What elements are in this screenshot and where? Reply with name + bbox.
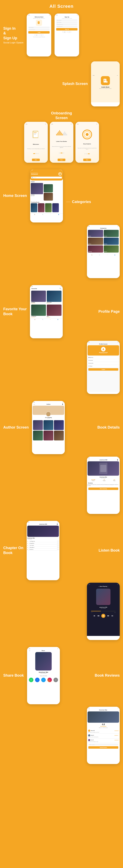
nav-profile[interactable]: 👤 — [58, 214, 59, 215]
login-button[interactable]: Login — [28, 31, 50, 34]
listen-back-icon[interactable]: ← — [98, 586, 100, 587]
author-book-6[interactable] — [54, 431, 64, 440]
fav-book-4[interactable]: Dune ★★★★☆ — [47, 305, 62, 318]
profile-item-mybooks[interactable]: 📚 My Books › — [88, 356, 119, 359]
author-book-4[interactable] — [33, 431, 43, 440]
rewind-btn[interactable] — [97, 615, 100, 617]
svg-rect-22 — [100, 465, 106, 472]
cat-nav-profile[interactable]: 👤 — [114, 254, 116, 256]
play-pause-btn[interactable] — [101, 614, 105, 618]
cat-nav-search[interactable]: 🔍 — [99, 254, 100, 256]
signup-phone-field[interactable]: Phone Number — [56, 26, 77, 27]
cat-item-selfhelp[interactable]: Self Help — [88, 245, 103, 253]
chapter-item-3[interactable]: 03 The Conflict 22:30 — [27, 545, 59, 547]
author-book-3[interactable] — [54, 420, 64, 430]
fav-book-1[interactable]: Dark Matter ★★★★★ — [31, 291, 46, 304]
onboard-next-3[interactable]: Next — [83, 159, 91, 161]
share-icon[interactable]: ⬆ — [62, 403, 63, 405]
signup-link[interactable]: Don't have an account? Sign Up — [27, 36, 50, 37]
reviewer-stars-1: ★★★★★ — [115, 730, 119, 731]
author-book-5[interactable] — [44, 431, 53, 440]
share-twitter-btn[interactable]: t — [41, 678, 46, 682]
add-review-input[interactable]: Write a review... — [88, 744, 118, 745]
signup-social-row: G f — [55, 31, 78, 33]
share-whatsapp-btn[interactable]: W — [29, 678, 33, 682]
next-chapter-btn[interactable] — [111, 615, 114, 617]
submit-review-btn[interactable]: Submit Review — [88, 746, 118, 749]
signin-section: Sign In & Sign Up Social Login Opaion 9:… — [0, 11, 123, 59]
listen-menu-icon[interactable]: ⋮ — [107, 586, 109, 587]
share-instagram-btn[interactable]: ◎ — [47, 678, 52, 682]
review-item-1: A Ahmed M. ★★★★★ Amazing book, highly re… — [88, 729, 119, 734]
cat-item-mystery[interactable]: Mystery — [104, 245, 119, 253]
profile-logout-btn[interactable]: Logout — [88, 368, 118, 371]
trending-book-3[interactable] — [45, 203, 52, 212]
cat-nav-fav[interactable]: ♡ — [106, 254, 108, 256]
author-book-1[interactable] — [33, 420, 43, 430]
chapter-item-2[interactable]: 02 Rising Action 18:45 — [27, 542, 59, 545]
share-facebook-btn[interactable]: f — [35, 678, 40, 682]
notification-icon-btn[interactable]: 🔔 — [58, 172, 62, 176]
forward-btn[interactable] — [107, 615, 109, 617]
fav-nav-search[interactable]: 🔍 — [42, 319, 43, 320]
google-signup-btn[interactable]: G — [63, 31, 66, 33]
trending-book-1[interactable] — [31, 203, 37, 212]
facebook-signup-btn[interactable]: f — [68, 31, 71, 33]
chapter-item-5[interactable]: 05 Resolution 15:20 — [27, 549, 59, 551]
login-phone: 9:41 ▪▪▪ Welcome Back Welcome back, We m… — [27, 13, 51, 57]
featured-book-2[interactable] — [44, 184, 53, 192]
prev-chapter-btn[interactable] — [93, 615, 96, 617]
share-copy-btn[interactable]: ⎘ — [53, 678, 58, 682]
cat-nav-home[interactable]: 🏠 — [91, 254, 93, 256]
fav-search-icon-btn[interactable]: 🔍 — [59, 287, 61, 289]
nav-fav[interactable]: ♡ — [50, 214, 51, 215]
signup-button[interactable]: Sign Up — [56, 28, 77, 31]
cat-item-fiction[interactable]: Fiction — [88, 230, 103, 237]
chap-share-icon[interactable]: ⬆ — [56, 523, 58, 525]
fav-nav-profile[interactable]: 👤 — [57, 319, 58, 320]
profile-item-downloads[interactable]: ⬇ Downloads › — [88, 362, 119, 365]
review-back-icon[interactable]: ← — [88, 709, 90, 711]
profile-item-settings[interactable]: ⚙ Settings › — [88, 365, 119, 367]
featured-book-3[interactable] — [44, 193, 53, 200]
back-icon[interactable]: ← — [33, 403, 35, 405]
profile-item-favourites[interactable]: ♥ Favourites › — [88, 359, 119, 362]
listen-progress-bar[interactable] — [91, 611, 116, 611]
cat-item-science[interactable]: Science — [104, 230, 119, 237]
svg-rect-15 — [34, 134, 36, 134]
onboard-next-1[interactable]: Next — [32, 159, 40, 161]
email-field[interactable]: Enter Name — [28, 27, 50, 28]
bd-summary-text: Publication Summary This is a brief stor… — [88, 484, 119, 487]
bd-share-icon[interactable]: ⬆ — [117, 459, 118, 461]
listen-phone: 9:41 ▪▪▪ ← Now Playing ⋮ american-002 Om… — [87, 583, 120, 640]
audio-wave-visual — [56, 130, 67, 135]
share-back-icon[interactable]: ← — [29, 650, 30, 652]
bd-back-icon[interactable]: ← — [88, 459, 90, 461]
fav-book-3[interactable]: The Alchemist ★★★★★ — [31, 305, 46, 318]
trending-book-2[interactable] — [38, 203, 45, 212]
chap-back-icon[interactable]: ← — [28, 523, 30, 525]
fav-book-2[interactable]: American War ★★★★☆ — [47, 291, 62, 304]
signup-name-field[interactable]: Enter Name — [56, 20, 77, 21]
password-field[interactable]: Enter Password — [28, 29, 50, 30]
featured-book-1[interactable] — [31, 183, 43, 194]
signup-password-field[interactable]: Enter Password — [56, 24, 77, 25]
chapter-item-4[interactable]: 04 Falling Action 19:00 — [27, 547, 59, 549]
signup-email-field[interactable]: Enter Email — [56, 22, 77, 23]
nav-search[interactable]: 🔍 — [42, 214, 43, 215]
fav-nav-home[interactable]: 🏠 — [34, 319, 35, 320]
fav-nav-fav[interactable]: ♥ — [50, 319, 51, 320]
facebook-login-btn[interactable]: f — [40, 34, 43, 36]
home-screen-content: 9:41 ▪▪▪ Good Morning Mohamed 🔔 🔍 Search… — [30, 169, 63, 220]
chapter-item-1[interactable]: 01 The Beginning 24:10 — [27, 540, 59, 542]
nav-home[interactable]: 🏠 — [34, 214, 35, 215]
home-search-bar[interactable]: 🔍 Search... — [31, 177, 62, 179]
author-book-2[interactable] — [44, 420, 53, 430]
next-icon — [111, 615, 114, 617]
bd-listen-btn[interactable]: Start Listening — [88, 488, 118, 490]
trending-book-4[interactable] — [52, 203, 59, 212]
cat-item-fantasy[interactable]: Fantasy — [104, 238, 119, 245]
cat-item-history[interactable]: History — [88, 238, 103, 245]
onboard-next-2[interactable]: Next — [57, 159, 66, 161]
google-login-btn[interactable]: G — [35, 34, 38, 36]
